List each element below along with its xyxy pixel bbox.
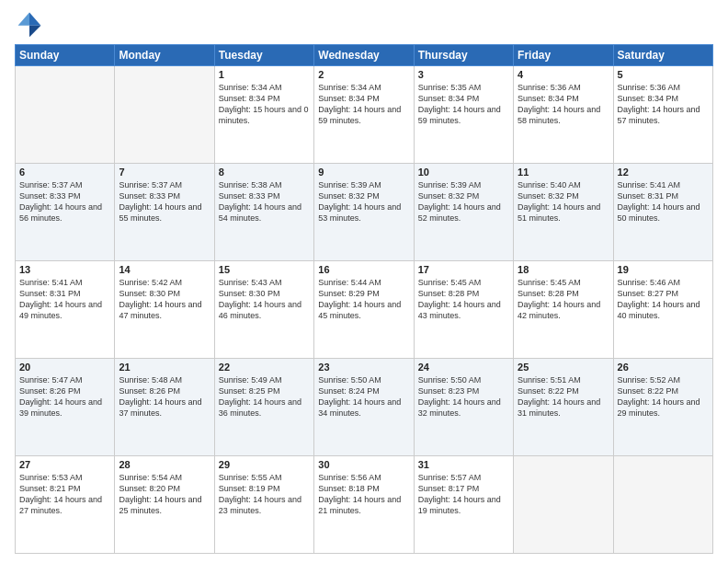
sunset-label: Sunset: 8:22 PM — [518, 386, 579, 396]
day-info: Sunrise: 5:39 AM Sunset: 8:32 PM Dayligh… — [418, 179, 509, 224]
calendar-cell: 20 Sunrise: 5:47 AM Sunset: 8:26 PM Dayl… — [16, 359, 115, 456]
sunrise-label: Sunrise: 5:37 AM — [119, 180, 182, 190]
sunset-label: Sunset: 8:31 PM — [19, 289, 81, 298]
daylight-label: Daylight: 14 hours and 32 minutes. — [418, 397, 501, 418]
calendar-cell: 31 Sunrise: 5:57 AM Sunset: 8:17 PM Dayl… — [414, 456, 513, 554]
day-number: 7 — [119, 167, 210, 178]
calendar-cell — [16, 66, 115, 164]
calendar-cell: 29 Sunrise: 5:55 AM Sunset: 8:19 PM Dayl… — [214, 456, 313, 554]
calendar-cell: 30 Sunrise: 5:56 AM Sunset: 8:18 PM Dayl… — [314, 456, 414, 554]
sunrise-label: Sunrise: 5:42 AM — [119, 278, 182, 287]
sunrise-label: Sunrise: 5:51 AM — [518, 375, 581, 385]
sunrise-label: Sunrise: 5:39 AM — [418, 180, 482, 190]
sunset-label: Sunset: 8:29 PM — [318, 289, 380, 298]
day-info: Sunrise: 5:41 AM Sunset: 8:31 PM Dayligh… — [19, 277, 110, 322]
day-info: Sunrise: 5:36 AM Sunset: 8:34 PM Dayligh… — [518, 82, 609, 127]
day-number: 3 — [418, 69, 509, 80]
day-number: 29 — [219, 459, 310, 470]
day-info: Sunrise: 5:50 AM Sunset: 8:24 PM Dayligh… — [318, 374, 409, 419]
sunset-label: Sunset: 8:20 PM — [119, 484, 180, 493]
calendar-cell: 27 Sunrise: 5:53 AM Sunset: 8:21 PM Dayl… — [16, 456, 115, 554]
daylight-label: Daylight: 14 hours and 43 minutes. — [418, 300, 501, 320]
day-info: Sunrise: 5:55 AM Sunset: 8:19 PM Dayligh… — [219, 472, 310, 517]
daylight-label: Daylight: 14 hours and 34 minutes. — [318, 397, 401, 418]
daylight-label: Daylight: 14 hours and 21 minutes. — [318, 495, 401, 515]
daylight-label: Daylight: 14 hours and 40 minutes. — [618, 300, 700, 320]
daylight-label: Daylight: 14 hours and 31 minutes. — [518, 397, 600, 418]
logo — [15, 9, 48, 39]
day-number: 18 — [518, 264, 609, 275]
calendar-cell: 24 Sunrise: 5:50 AM Sunset: 8:23 PM Dayl… — [414, 359, 513, 456]
calendar-cell: 18 Sunrise: 5:45 AM Sunset: 8:28 PM Dayl… — [514, 261, 613, 359]
sunset-label: Sunset: 8:33 PM — [219, 191, 280, 201]
calendar-header-tuesday: Tuesday — [214, 45, 313, 66]
svg-marker-0 — [29, 13, 40, 26]
logo-icon — [15, 9, 44, 39]
daylight-label: Daylight: 14 hours and 49 minutes. — [19, 300, 102, 320]
sunrise-label: Sunrise: 5:53 AM — [19, 473, 83, 482]
sunrise-label: Sunrise: 5:57 AM — [418, 473, 482, 482]
sunrise-label: Sunrise: 5:47 AM — [19, 375, 83, 385]
day-number: 17 — [418, 264, 509, 275]
calendar-week-row: 13 Sunrise: 5:41 AM Sunset: 8:31 PM Dayl… — [16, 261, 713, 359]
calendar-header-thursday: Thursday — [414, 45, 513, 66]
sunset-label: Sunset: 8:30 PM — [119, 289, 180, 298]
sunset-label: Sunset: 8:34 PM — [518, 94, 579, 103]
daylight-label: Daylight: 14 hours and 59 minutes. — [318, 105, 401, 125]
day-number: 27 — [19, 459, 110, 470]
sunset-label: Sunset: 8:34 PM — [318, 94, 380, 103]
day-number: 15 — [219, 264, 310, 275]
sunrise-label: Sunrise: 5:34 AM — [318, 83, 381, 92]
sunrise-label: Sunrise: 5:35 AM — [418, 83, 482, 92]
sunrise-label: Sunrise: 5:50 AM — [418, 375, 482, 385]
day-info: Sunrise: 5:47 AM Sunset: 8:26 PM Dayligh… — [19, 374, 110, 419]
day-info: Sunrise: 5:53 AM Sunset: 8:21 PM Dayligh… — [19, 472, 110, 517]
sunrise-label: Sunrise: 5:49 AM — [219, 375, 282, 385]
day-number: 6 — [19, 167, 110, 178]
daylight-label: Daylight: 14 hours and 19 minutes. — [418, 495, 501, 515]
day-info: Sunrise: 5:37 AM Sunset: 8:33 PM Dayligh… — [119, 179, 210, 224]
day-info: Sunrise: 5:57 AM Sunset: 8:17 PM Dayligh… — [418, 472, 509, 517]
calendar-header-friday: Friday — [514, 45, 613, 66]
daylight-label: Daylight: 14 hours and 36 minutes. — [219, 397, 301, 418]
sunset-label: Sunset: 8:26 PM — [119, 386, 180, 396]
calendar-cell: 8 Sunrise: 5:38 AM Sunset: 8:33 PM Dayli… — [214, 164, 313, 261]
calendar-cell: 16 Sunrise: 5:44 AM Sunset: 8:29 PM Dayl… — [314, 261, 414, 359]
sunrise-label: Sunrise: 5:37 AM — [19, 180, 83, 190]
daylight-label: Daylight: 14 hours and 55 minutes. — [119, 202, 201, 223]
daylight-label: Daylight: 14 hours and 52 minutes. — [418, 202, 501, 223]
day-info: Sunrise: 5:51 AM Sunset: 8:22 PM Dayligh… — [518, 374, 609, 419]
sunrise-label: Sunrise: 5:39 AM — [318, 180, 381, 190]
sunrise-label: Sunrise: 5:48 AM — [119, 375, 182, 385]
sunset-label: Sunset: 8:25 PM — [219, 386, 280, 396]
sunrise-label: Sunrise: 5:41 AM — [618, 180, 681, 190]
header — [15, 9, 713, 39]
day-info: Sunrise: 5:37 AM Sunset: 8:33 PM Dayligh… — [19, 179, 110, 224]
day-info: Sunrise: 5:35 AM Sunset: 8:34 PM Dayligh… — [418, 82, 509, 127]
calendar-cell: 19 Sunrise: 5:46 AM Sunset: 8:27 PM Dayl… — [613, 261, 712, 359]
sunset-label: Sunset: 8:32 PM — [518, 191, 579, 201]
day-info: Sunrise: 5:45 AM Sunset: 8:28 PM Dayligh… — [418, 277, 509, 322]
day-number: 14 — [119, 264, 210, 275]
svg-marker-2 — [18, 13, 29, 26]
day-number: 4 — [518, 69, 609, 80]
calendar-cell: 11 Sunrise: 5:40 AM Sunset: 8:32 PM Dayl… — [514, 164, 613, 261]
sunset-label: Sunset: 8:34 PM — [418, 94, 480, 103]
sunset-label: Sunset: 8:28 PM — [518, 289, 579, 298]
calendar-cell: 14 Sunrise: 5:42 AM Sunset: 8:30 PM Dayl… — [115, 261, 214, 359]
sunset-label: Sunset: 8:19 PM — [219, 484, 280, 493]
day-number: 23 — [318, 362, 409, 373]
sunset-label: Sunset: 8:34 PM — [618, 94, 679, 103]
day-info: Sunrise: 5:39 AM Sunset: 8:32 PM Dayligh… — [318, 179, 409, 224]
day-info: Sunrise: 5:34 AM Sunset: 8:34 PM Dayligh… — [219, 82, 310, 127]
sunrise-label: Sunrise: 5:41 AM — [19, 278, 83, 287]
daylight-label: Daylight: 14 hours and 59 minutes. — [418, 105, 501, 125]
day-info: Sunrise: 5:48 AM Sunset: 8:26 PM Dayligh… — [119, 374, 210, 419]
calendar-cell: 5 Sunrise: 5:36 AM Sunset: 8:34 PM Dayli… — [613, 66, 712, 164]
sunrise-label: Sunrise: 5:56 AM — [318, 473, 381, 482]
calendar-cell: 22 Sunrise: 5:49 AM Sunset: 8:25 PM Dayl… — [214, 359, 313, 456]
day-info: Sunrise: 5:36 AM Sunset: 8:34 PM Dayligh… — [618, 82, 709, 127]
daylight-label: Daylight: 14 hours and 42 minutes. — [518, 300, 600, 320]
sunrise-label: Sunrise: 5:40 AM — [518, 180, 581, 190]
calendar-cell: 12 Sunrise: 5:41 AM Sunset: 8:31 PM Dayl… — [613, 164, 712, 261]
